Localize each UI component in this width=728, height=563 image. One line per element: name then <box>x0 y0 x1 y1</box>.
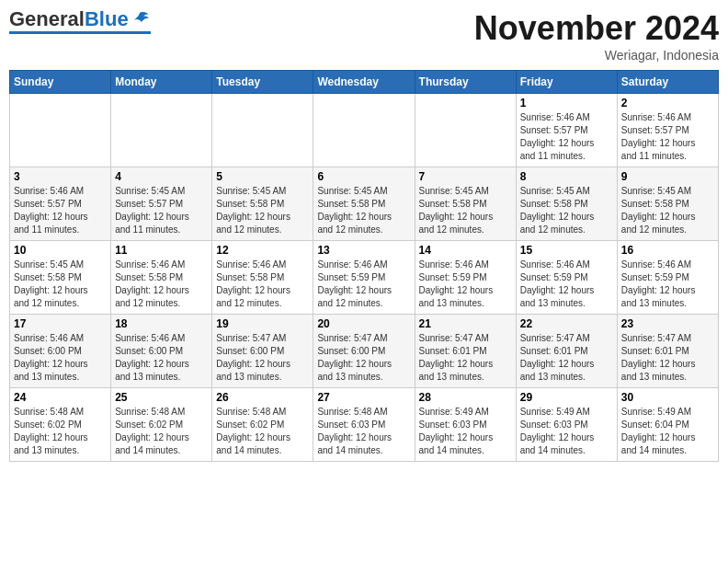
weekday-header: Thursday <box>415 71 516 94</box>
day-number: 9 <box>621 170 714 183</box>
day-info: Sunrise: 5:48 AM Sunset: 6:02 PM Dayligh… <box>115 406 208 457</box>
calendar-cell: 6Sunrise: 5:45 AM Sunset: 5:58 PM Daylig… <box>313 167 415 241</box>
day-number: 13 <box>317 244 410 257</box>
day-info: Sunrise: 5:46 AM Sunset: 5:57 PM Dayligh… <box>14 185 107 236</box>
calendar-cell: 4Sunrise: 5:45 AM Sunset: 5:57 PM Daylig… <box>111 167 212 241</box>
calendar-cell: 17Sunrise: 5:46 AM Sunset: 6:00 PM Dayli… <box>10 315 111 388</box>
calendar-cell: 5Sunrise: 5:45 AM Sunset: 5:58 PM Daylig… <box>212 167 313 241</box>
calendar-cell: 21Sunrise: 5:47 AM Sunset: 6:01 PM Dayli… <box>415 315 516 388</box>
day-number: 28 <box>419 391 512 404</box>
day-info: Sunrise: 5:46 AM Sunset: 5:59 PM Dayligh… <box>621 259 714 310</box>
logo: GeneralBlue <box>9 9 151 34</box>
day-number: 3 <box>14 170 107 183</box>
logo-general: General <box>9 7 85 30</box>
day-number: 17 <box>14 317 107 330</box>
calendar-cell: 14Sunrise: 5:46 AM Sunset: 5:59 PM Dayli… <box>415 241 516 315</box>
day-number: 1 <box>520 97 613 109</box>
day-number: 6 <box>317 170 410 183</box>
day-info: Sunrise: 5:47 AM Sunset: 6:01 PM Dayligh… <box>520 332 613 384</box>
calendar-week-row: 1Sunrise: 5:46 AM Sunset: 5:57 PM Daylig… <box>10 94 719 167</box>
calendar-cell: 9Sunrise: 5:45 AM Sunset: 5:58 PM Daylig… <box>617 167 718 241</box>
day-info: Sunrise: 5:47 AM Sunset: 6:01 PM Dayligh… <box>419 332 512 384</box>
calendar-week-row: 3Sunrise: 5:46 AM Sunset: 5:57 PM Daylig… <box>10 167 719 241</box>
day-info: Sunrise: 5:47 AM Sunset: 6:00 PM Dayligh… <box>216 332 309 384</box>
day-number: 5 <box>216 170 309 183</box>
calendar-cell: 11Sunrise: 5:46 AM Sunset: 5:58 PM Dayli… <box>111 241 212 315</box>
day-info: Sunrise: 5:45 AM Sunset: 5:58 PM Dayligh… <box>14 259 107 310</box>
day-info: Sunrise: 5:49 AM Sunset: 6:03 PM Dayligh… <box>419 406 512 457</box>
day-number: 29 <box>520 391 613 404</box>
calendar-cell: 24Sunrise: 5:48 AM Sunset: 6:02 PM Dayli… <box>10 388 111 462</box>
calendar-cell: 25Sunrise: 5:48 AM Sunset: 6:02 PM Dayli… <box>111 388 212 462</box>
calendar-cell: 27Sunrise: 5:48 AM Sunset: 6:03 PM Dayli… <box>313 388 415 462</box>
day-number: 16 <box>621 244 714 257</box>
day-info: Sunrise: 5:46 AM Sunset: 5:57 PM Dayligh… <box>520 111 613 163</box>
day-number: 8 <box>520 170 613 183</box>
day-number: 23 <box>621 317 714 330</box>
calendar-cell: 16Sunrise: 5:46 AM Sunset: 5:59 PM Dayli… <box>617 241 718 315</box>
weekday-header: Friday <box>516 71 617 94</box>
calendar-cell: 1Sunrise: 5:46 AM Sunset: 5:57 PM Daylig… <box>516 94 617 167</box>
day-info: Sunrise: 5:46 AM Sunset: 5:59 PM Dayligh… <box>317 259 410 310</box>
day-info: Sunrise: 5:46 AM Sunset: 5:58 PM Dayligh… <box>216 259 309 310</box>
day-number: 27 <box>317 391 410 404</box>
day-number: 30 <box>621 391 714 404</box>
day-number: 15 <box>520 244 613 257</box>
calendar-cell: 26Sunrise: 5:48 AM Sunset: 6:02 PM Dayli… <box>212 388 313 462</box>
day-info: Sunrise: 5:48 AM Sunset: 6:02 PM Dayligh… <box>14 406 107 457</box>
day-info: Sunrise: 5:47 AM Sunset: 6:00 PM Dayligh… <box>317 332 410 384</box>
calendar-cell: 18Sunrise: 5:46 AM Sunset: 6:00 PM Dayli… <box>111 315 212 388</box>
day-number: 19 <box>216 317 309 330</box>
logo-blue: Blue <box>85 7 129 30</box>
day-info: Sunrise: 5:48 AM Sunset: 6:03 PM Dayligh… <box>317 406 410 457</box>
calendar-cell: 3Sunrise: 5:46 AM Sunset: 5:57 PM Daylig… <box>10 167 111 241</box>
calendar-week-row: 10Sunrise: 5:45 AM Sunset: 5:58 PM Dayli… <box>10 241 719 315</box>
day-info: Sunrise: 5:45 AM Sunset: 5:57 PM Dayligh… <box>115 185 208 236</box>
calendar-cell: 2Sunrise: 5:46 AM Sunset: 5:57 PM Daylig… <box>617 94 718 167</box>
calendar-cell: 22Sunrise: 5:47 AM Sunset: 6:01 PM Dayli… <box>516 315 617 388</box>
day-number: 22 <box>520 317 613 330</box>
month-title: November 2024 <box>474 9 719 48</box>
calendar-cell <box>313 94 415 167</box>
calendar-cell: 7Sunrise: 5:45 AM Sunset: 5:58 PM Daylig… <box>415 167 516 241</box>
weekday-header: Tuesday <box>212 71 313 94</box>
day-number: 21 <box>419 317 512 330</box>
weekday-header: Monday <box>111 71 212 94</box>
calendar-cell <box>415 94 516 167</box>
day-info: Sunrise: 5:46 AM Sunset: 6:00 PM Dayligh… <box>14 332 107 384</box>
calendar-cell <box>111 94 212 167</box>
calendar-cell: 23Sunrise: 5:47 AM Sunset: 6:01 PM Dayli… <box>617 315 718 388</box>
calendar-cell: 20Sunrise: 5:47 AM Sunset: 6:00 PM Dayli… <box>313 315 415 388</box>
day-info: Sunrise: 5:47 AM Sunset: 6:01 PM Dayligh… <box>621 332 714 384</box>
calendar-cell: 13Sunrise: 5:46 AM Sunset: 5:59 PM Dayli… <box>313 241 415 315</box>
day-number: 2 <box>621 97 714 109</box>
calendar-cell <box>10 94 111 167</box>
day-number: 24 <box>14 391 107 404</box>
day-info: Sunrise: 5:46 AM Sunset: 6:00 PM Dayligh… <box>115 332 208 384</box>
calendar-cell <box>212 94 313 167</box>
calendar-cell: 8Sunrise: 5:45 AM Sunset: 5:58 PM Daylig… <box>516 167 617 241</box>
calendar-cell: 15Sunrise: 5:46 AM Sunset: 5:59 PM Dayli… <box>516 241 617 315</box>
weekday-header: Sunday <box>10 71 111 94</box>
calendar-table: SundayMondayTuesdayWednesdayThursdayFrid… <box>9 70 719 462</box>
day-number: 10 <box>14 244 107 257</box>
page-header: GeneralBlue November 2024 Weriagar, Indo… <box>9 9 719 63</box>
day-info: Sunrise: 5:45 AM Sunset: 5:58 PM Dayligh… <box>419 185 512 236</box>
day-number: 26 <box>216 391 309 404</box>
day-info: Sunrise: 5:46 AM Sunset: 5:58 PM Dayligh… <box>115 259 208 310</box>
day-number: 4 <box>115 170 208 183</box>
day-number: 11 <box>115 244 208 257</box>
calendar-cell: 30Sunrise: 5:49 AM Sunset: 6:04 PM Dayli… <box>617 388 718 462</box>
calendar-cell: 10Sunrise: 5:45 AM Sunset: 5:58 PM Dayli… <box>10 241 111 315</box>
weekday-header-row: SundayMondayTuesdayWednesdayThursdayFrid… <box>10 71 719 94</box>
calendar-cell: 28Sunrise: 5:49 AM Sunset: 6:03 PM Dayli… <box>415 388 516 462</box>
weekday-header: Saturday <box>617 71 718 94</box>
day-number: 20 <box>317 317 410 330</box>
calendar-cell: 19Sunrise: 5:47 AM Sunset: 6:00 PM Dayli… <box>212 315 313 388</box>
logo-bird-icon <box>131 11 151 28</box>
calendar-week-row: 24Sunrise: 5:48 AM Sunset: 6:02 PM Dayli… <box>10 388 719 462</box>
calendar-cell: 29Sunrise: 5:49 AM Sunset: 6:03 PM Dayli… <box>516 388 617 462</box>
weekday-header: Wednesday <box>313 71 415 94</box>
title-area: November 2024 Weriagar, Indonesia <box>474 9 719 63</box>
day-number: 25 <box>115 391 208 404</box>
